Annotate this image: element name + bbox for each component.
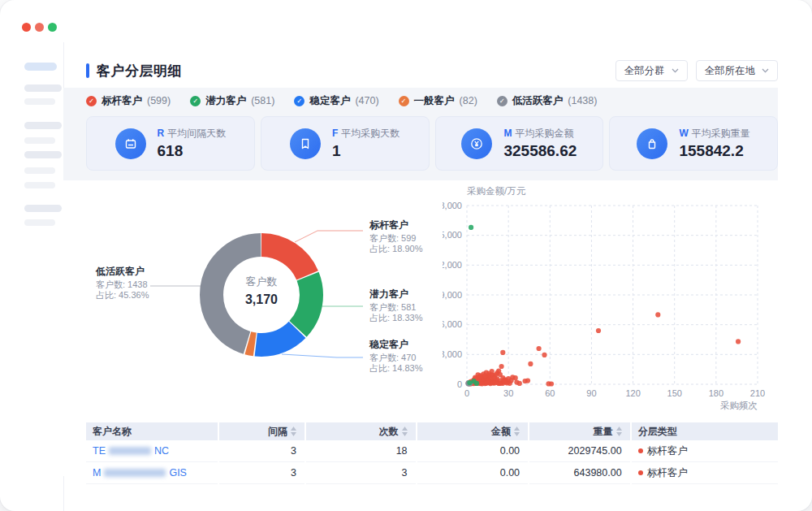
legend-item-1[interactable]: ✓潜力客户(581) bbox=[190, 94, 274, 108]
y-tick-label: 0 bbox=[457, 379, 462, 389]
column-label: 分层类型 bbox=[638, 422, 677, 440]
legend-label: 稳定客户 bbox=[309, 94, 350, 108]
scatter-point-潜力客户[interactable] bbox=[467, 380, 472, 385]
scatter-point-标杆客户[interactable] bbox=[542, 353, 546, 357]
scatter-point-标杆客户[interactable] bbox=[528, 362, 533, 366]
column-header-间隔[interactable]: 间隔 bbox=[219, 422, 304, 440]
callout-benchmark: 标杆客户 客户数: 599 占比: 18.90% bbox=[369, 220, 422, 255]
segment-label: 标杆客户 bbox=[647, 440, 688, 462]
y-tick-label: 12,000 bbox=[443, 260, 462, 270]
stat-value: 618 bbox=[158, 142, 227, 160]
table-cell-segment: 标杆客户 bbox=[632, 440, 778, 462]
legend-count: (470) bbox=[355, 95, 378, 106]
stat-value: 325586.62 bbox=[503, 142, 577, 160]
scatter-point-标杆客户[interactable] bbox=[499, 364, 504, 369]
sort-icon[interactable] bbox=[402, 427, 408, 436]
stat-card-f: F平均采购天数1 bbox=[261, 116, 430, 171]
scatter-point-标杆客户[interactable] bbox=[482, 373, 487, 378]
customer-name-link[interactable]: MGIS bbox=[93, 462, 187, 484]
stat-card-w: W平均采购重量155842.2 bbox=[609, 116, 778, 171]
stat-letter: W bbox=[679, 128, 688, 139]
legend-label: 低活跃客户 bbox=[512, 94, 564, 108]
legend-item-3[interactable]: ✓一般客户(82) bbox=[399, 94, 477, 108]
legend-item-4[interactable]: ✓低活跃客户(1438) bbox=[497, 94, 598, 108]
x-tick-label: 0 bbox=[464, 388, 469, 398]
scatter-point-潜力客户[interactable] bbox=[474, 381, 479, 386]
column-label: 次数 bbox=[379, 422, 399, 440]
legend-label: 一般客户 bbox=[414, 94, 455, 108]
x-axis-title: 采购频次 bbox=[720, 401, 758, 410]
table-cell-weight: 643980.00 bbox=[529, 462, 630, 484]
y-tick-label: 6,000 bbox=[443, 319, 462, 329]
check-circle-icon: ✓ bbox=[190, 96, 201, 106]
table-cell-segment: 标杆客户 bbox=[632, 462, 778, 484]
scatter-point-标杆客户[interactable] bbox=[513, 375, 518, 380]
sidebar-skeleton-bar bbox=[24, 151, 62, 158]
legend-item-2[interactable]: ✓稳定客户(470) bbox=[294, 94, 378, 108]
legend-item-0[interactable]: ✓标杆客户(599) bbox=[86, 94, 171, 108]
legend-label: 标杆客户 bbox=[102, 94, 142, 108]
sidebar-skeleton-bar bbox=[24, 167, 55, 174]
y-tick-label: 3,000 bbox=[443, 349, 462, 359]
page-title: 客户分层明细 bbox=[97, 62, 182, 80]
stat-card-r: R平均间隔天数618 bbox=[86, 116, 255, 171]
x-tick-label: 180 bbox=[709, 388, 723, 398]
redacted-text bbox=[104, 469, 166, 477]
window-control-dot[interactable] bbox=[35, 23, 44, 32]
column-label: 金额 bbox=[491, 422, 511, 440]
sort-icon[interactable] bbox=[514, 427, 520, 436]
column-header-金额[interactable]: 金额 bbox=[417, 422, 529, 440]
scatter-point-标杆客户[interactable] bbox=[549, 381, 554, 386]
chevron-down-icon bbox=[672, 68, 679, 73]
sort-icon[interactable] bbox=[616, 427, 622, 436]
scatter-point-标杆客户[interactable] bbox=[537, 346, 542, 351]
table-cell-interval: 3 bbox=[219, 462, 304, 484]
sidebar-skeleton-bar bbox=[24, 122, 62, 129]
scatter-point-标杆客户[interactable] bbox=[596, 328, 601, 333]
segment-dot-icon bbox=[638, 470, 643, 475]
sort-icon[interactable] bbox=[291, 427, 296, 436]
sidebar-skeleton-bar bbox=[24, 219, 55, 226]
filter-location-label: 全部所在地 bbox=[705, 64, 756, 78]
scatter-point-标杆客户[interactable] bbox=[500, 350, 505, 355]
table-cell-name: MGIS bbox=[86, 462, 218, 484]
scatter-point-潜力客户[interactable] bbox=[469, 225, 473, 230]
column-header-次数[interactable]: 次数 bbox=[306, 422, 416, 440]
filter-dropdown-location[interactable]: 全部所在地 bbox=[696, 60, 779, 81]
filter-dropdown-group[interactable]: 全部分群 bbox=[615, 60, 688, 81]
callout-stable: 稳定客户 客户数: 470 占比: 14.83% bbox=[369, 340, 422, 375]
y-tick-label: 15,000 bbox=[443, 230, 462, 240]
scatter-point-标杆客户[interactable] bbox=[477, 375, 482, 379]
stat-letter: F bbox=[332, 128, 338, 139]
window-controls bbox=[22, 23, 57, 32]
scatter-chart[interactable]: 030609012015018021003,0006,0009,00012,00… bbox=[443, 183, 767, 414]
donut-leader-line bbox=[295, 231, 363, 242]
scatter-point-标杆客户[interactable] bbox=[509, 378, 514, 383]
app-window: 客户分层明细 全部分群 全部所在地 ✓标杆客户(599)✓潜力客户(581)✓稳… bbox=[0, 0, 812, 511]
scatter-point-标杆客户[interactable] bbox=[525, 379, 530, 383]
scatter-point-标杆客户[interactable] bbox=[490, 369, 495, 374]
scatter-point-标杆客户[interactable] bbox=[480, 381, 485, 386]
scatter-point-标杆客户[interactable] bbox=[502, 379, 507, 384]
table-cell-times: 18 bbox=[306, 440, 416, 462]
table-cell-amount: 0.00 bbox=[417, 440, 529, 462]
sidebar-skeleton-bar bbox=[24, 205, 62, 212]
window-control-dot[interactable] bbox=[48, 23, 57, 32]
redacted-text bbox=[109, 447, 151, 455]
legend-count: (82) bbox=[460, 95, 477, 106]
stat-card-m: M平均采购金额325586.62 bbox=[435, 116, 604, 171]
window-control-dot[interactable] bbox=[22, 23, 31, 32]
column-header-重量[interactable]: 重量 bbox=[529, 422, 630, 440]
column-label: 重量 bbox=[594, 422, 613, 440]
bookmark-icon bbox=[290, 128, 321, 159]
title-accent-bar bbox=[86, 63, 89, 78]
scatter-point-标杆客户[interactable] bbox=[736, 339, 741, 344]
customer-name-link[interactable]: TENC bbox=[93, 440, 169, 462]
scatter-point-标杆客户[interactable] bbox=[514, 380, 519, 385]
scatter-point-标杆客户[interactable] bbox=[655, 312, 660, 317]
callout-low-active: 低活跃客户 客户数: 1438 占比: 45.36% bbox=[96, 266, 149, 301]
sidebar-skeleton-bar bbox=[24, 84, 62, 92]
stat-value: 155842.2 bbox=[679, 142, 749, 160]
table-cell-weight: 2029745.00 bbox=[529, 440, 630, 462]
x-tick-label: 120 bbox=[625, 388, 640, 398]
